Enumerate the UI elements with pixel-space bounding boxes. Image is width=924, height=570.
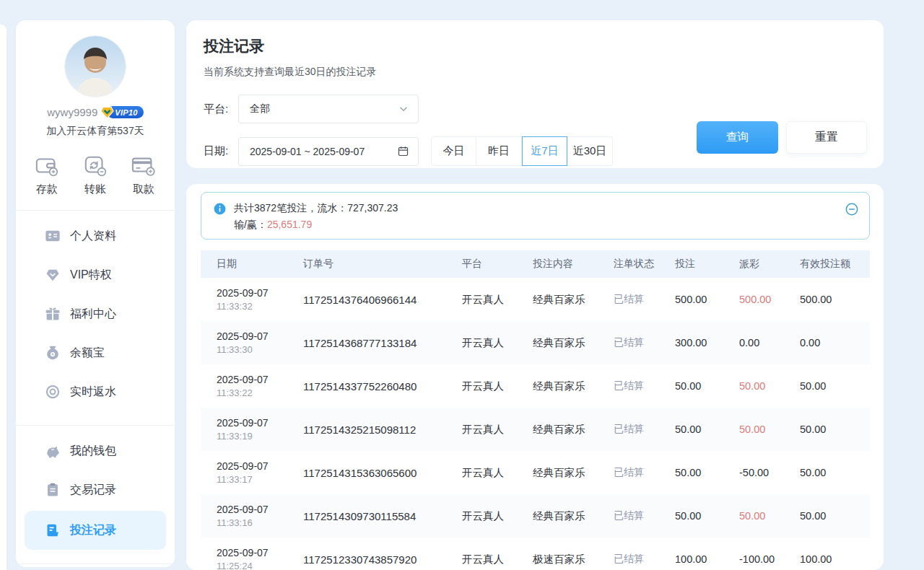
table-header: 日期 订单号 平台 投注内容 注单状态 投注 派彩 有效投注额 (201, 250, 870, 278)
cell-status: 已结算 (614, 336, 675, 349)
deposit-wallet-icon (33, 154, 61, 178)
table-row: 2025-09-07 11:33:22 1172514337752260480 … (201, 364, 870, 408)
sidebar-item-label: 福利中心 (70, 307, 116, 322)
table-row: 2025-09-07 11:33:19 1172514325215098112 … (201, 408, 870, 451)
sidebar-item-label: 实时返水 (70, 385, 116, 400)
page-title: 投注记录 (204, 36, 866, 56)
chevron-down-icon (398, 103, 409, 115)
gift-icon (45, 306, 61, 322)
avatar (65, 36, 126, 97)
sidebar-item-yuebao[interactable]: 余额宝 (16, 333, 175, 372)
date-range-input[interactable]: 2025-09-01 ~ 2025-09-07 (238, 137, 419, 166)
range-7days-button[interactable]: 近7日 (522, 136, 567, 166)
col-bet: 投注 (675, 258, 739, 271)
collapse-minus-icon[interactable] (845, 202, 859, 216)
user-row: wywy9999 VIP10 (16, 106, 175, 118)
platform-label: 平台: (204, 102, 238, 116)
gem-icon (45, 267, 61, 283)
sidebar-divider (16, 210, 175, 211)
col-content: 投注内容 (533, 258, 614, 271)
cell-status: 已结算 (614, 553, 675, 566)
transfer-button[interactable]: 转账 (82, 154, 109, 196)
withdraw-button[interactable]: 取款 (130, 154, 157, 196)
platform-filter-row: 平台: 全部 (204, 95, 866, 123)
sidebar-item-transactions[interactable]: 交易记录 (16, 470, 175, 509)
cell-date: 2025-09-07 11:25:24 (217, 546, 303, 570)
cell-valid-amount: 50.00 (800, 467, 870, 478)
winloss-value: 25,651.79 (267, 219, 312, 230)
cell-valid-amount: 0.00 (800, 337, 870, 348)
cell-order-number: 1172514376406966144 (303, 294, 462, 306)
vip-badge-label: VIP10 (115, 108, 137, 117)
left-edge-panel (0, 25, 6, 570)
table-row: 2025-09-07 11:25:24 1172512330743857920 … (201, 538, 870, 570)
sidebar-item-label: 投注记录 (70, 523, 116, 538)
range-yesterday-button[interactable]: 昨日 (476, 136, 522, 166)
cell-bet-amount: 300.00 (675, 337, 739, 348)
rebate-ring-icon (45, 384, 61, 400)
cell-bet-amount: 50.00 (675, 467, 739, 478)
cell-platform: 开云真人 (462, 380, 533, 393)
cell-bet-content: 极速百家乐 (533, 553, 614, 566)
vip-gem-icon (100, 105, 115, 120)
sidebar-item-rebate[interactable]: 实时返水 (16, 372, 175, 411)
summary-lines: 共计3872笔投注，流水：727,307.23 输/赢：25,651.79 (234, 200, 845, 233)
col-platform: 平台 (462, 258, 533, 271)
sidebar-item-label: VIP特权 (70, 268, 112, 283)
cell-order-number: 1172514315363065600 (303, 467, 462, 479)
calendar-icon (397, 145, 409, 157)
date-range-value: 2025-09-01 ~ 2025-09-07 (250, 146, 365, 157)
sidebar-divider (16, 564, 175, 564)
cell-order-number: 1172512330743857920 (303, 553, 462, 566)
quick-range-group: 今日 昨日 近7日 近30日 (431, 136, 613, 166)
cell-payout: 0.00 (739, 337, 800, 348)
cell-bet-amount: 50.00 (675, 510, 739, 522)
platform-select[interactable]: 全部 (238, 95, 419, 123)
sidebar-divider (16, 425, 175, 426)
money-pouch-icon (45, 345, 61, 361)
sidebar-nav-secondary: 我的钱包 交易记录 投注记录 (16, 431, 175, 550)
reset-button[interactable]: 重置 (786, 121, 867, 154)
join-days-text: 加入开云体育第537天 (16, 125, 175, 138)
cell-platform: 开云真人 (462, 336, 533, 350)
range-today-button[interactable]: 今日 (431, 136, 476, 166)
cell-payout: 500.00 (739, 294, 800, 305)
cell-order-number: 1172514325215098112 (303, 424, 462, 436)
query-button[interactable]: 查询 (697, 121, 778, 154)
sidebar-item-vip[interactable]: VIP特权 (16, 255, 175, 294)
sidebar-item-benefits[interactable]: 福利中心 (16, 294, 175, 333)
range-30days-button[interactable]: 近30日 (567, 136, 613, 166)
info-icon (213, 202, 227, 216)
cell-date: 2025-09-07 11:33:17 (217, 460, 303, 486)
cell-status: 已结算 (614, 423, 675, 436)
table-row: 2025-09-07 11:33:16 1172514309730115584 … (201, 494, 870, 538)
sidebar-nav-primary: 个人资料 VIP特权 福利中心 余额宝 (16, 216, 175, 411)
cell-status: 已结算 (614, 293, 675, 306)
cell-status: 已结算 (614, 509, 675, 522)
cell-platform: 开云真人 (462, 509, 533, 523)
date-label: 日期: (204, 144, 238, 158)
sidebar-item-wallet[interactable]: 我的钱包 (16, 431, 175, 470)
deposit-button[interactable]: 存款 (33, 154, 61, 196)
cell-valid-amount: 50.00 (800, 380, 870, 392)
cell-date: 2025-09-07 11:33:19 (217, 416, 303, 443)
col-date: 日期 (217, 258, 303, 271)
winloss-label: 输/赢： (234, 219, 267, 230)
cell-valid-amount: 50.00 (800, 510, 870, 522)
cell-date: 2025-09-07 11:33:32 (217, 286, 303, 313)
withdraw-label: 取款 (133, 183, 154, 196)
action-buttons: 查询 重置 (697, 121, 867, 154)
sidebar-item-bet-records[interactable]: 投注记录 (25, 511, 166, 550)
cell-bet-content: 经典百家乐 (533, 380, 614, 393)
filter-card: 投注记录 当前系统支持查询最近30日的投注记录 平台: 全部 日期: 2025-… (186, 20, 884, 168)
cell-payout: -50.00 (739, 467, 800, 478)
transfer-label: 转账 (84, 183, 106, 196)
cell-payout: 50.00 (739, 424, 800, 435)
cell-bet-amount: 100.00 (675, 553, 739, 565)
cell-valid-amount: 500.00 (800, 294, 870, 305)
col-status: 注单状态 (614, 258, 675, 271)
piggy-bank-icon (45, 443, 61, 459)
quick-actions: 存款 转账 取款 (16, 154, 175, 196)
table-body: 2025-09-07 11:33:32 1172514376406966144 … (201, 278, 870, 570)
sidebar-item-profile[interactable]: 个人资料 (16, 216, 175, 255)
